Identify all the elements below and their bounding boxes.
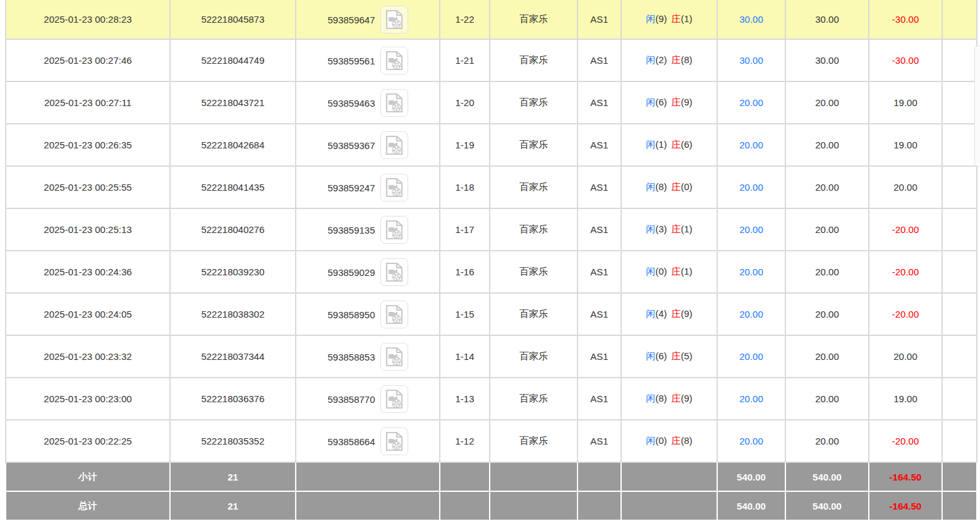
order-number-cell: 522218037344 — [170, 335, 296, 378]
round-number: 593859135 — [327, 224, 375, 235]
video-replay-button[interactable] — [380, 47, 408, 75]
banker-points: (8) — [681, 54, 693, 65]
banker-label: 庄 — [672, 266, 681, 277]
player-label: 闲 — [646, 435, 655, 446]
video-replay-button[interactable] — [380, 301, 408, 328]
game-result-cell: 闲(0)庄(1) — [621, 251, 717, 293]
order-number-cell: 522218039230 — [170, 251, 296, 293]
round-number: 593859561 — [327, 55, 375, 66]
game-type-cell: 百家乐 — [490, 251, 578, 293]
subtotal-empty-cell — [621, 462, 717, 491]
win-loss-cell: -30.00 — [869, 39, 942, 81]
order-number-cell: 522218035352 — [170, 420, 296, 462]
total-empty-cell — [578, 491, 621, 520]
total-label: 总计 — [6, 491, 170, 520]
player-points: (2) — [655, 54, 667, 65]
banker-label: 庄 — [672, 139, 681, 150]
video-file-icon — [385, 135, 404, 155]
shoe-round-cell: 1-13 — [440, 378, 490, 420]
shoe-round-cell: 1-16 — [440, 251, 490, 293]
round-number-cell: 593858950 — [296, 293, 440, 335]
game-result-cell: 闲(2)庄(8) — [621, 39, 717, 81]
game-type-cell: 百家乐 — [490, 293, 578, 335]
player-label: 闲 — [646, 224, 655, 234]
video-replay-button[interactable] — [380, 258, 408, 286]
order-number-cell: 522218044749 — [170, 39, 296, 81]
round-number: 593858664 — [327, 436, 375, 446]
valid-bet-cell: 20.00 — [785, 81, 869, 124]
game-result-cell: 闲(3)庄(1) — [621, 208, 717, 251]
game-result-cell: 闲(6)庄(5) — [621, 335, 717, 378]
round-number-cell: 593859135 — [296, 208, 440, 251]
round-number: 593858770 — [327, 393, 375, 404]
banker-points: (0) — [681, 181, 693, 192]
banker-label: 庄 — [672, 97, 681, 107]
banker-label: 庄 — [672, 181, 681, 192]
valid-bet-cell: 20.00 — [785, 335, 869, 378]
video-replay-button[interactable] — [380, 89, 408, 117]
shoe-round-cell: 1-18 — [440, 166, 490, 208]
game-type-cell: 百家乐 — [490, 39, 578, 81]
shoe-round-cell: 1-14 — [440, 335, 490, 378]
table-name-cell: AS1 — [578, 39, 621, 81]
video-file-icon — [385, 220, 404, 240]
win-loss-cell: -20.00 — [869, 293, 942, 335]
shoe-round-cell: 1-21 — [440, 39, 490, 81]
player-label: 闲 — [646, 97, 655, 107]
table-row: 2025-01-23 00:25:55 522218041435 5938592… — [6, 166, 977, 208]
table-row: 2025-01-23 00:27:11 522218043721 5938594… — [6, 81, 977, 124]
video-replay-button[interactable] — [380, 216, 408, 244]
bet-time-cell: 2025-01-23 00:23:32 — [6, 335, 170, 378]
video-file-icon — [385, 9, 404, 30]
round-number: 593859247 — [327, 182, 375, 193]
subtotal-empty-cell — [942, 462, 977, 491]
win-loss-cell: -20.00 — [869, 420, 942, 462]
bet-time-cell: 2025-01-23 00:25:55 — [6, 166, 170, 208]
subtotal-bet: 540.00 — [717, 462, 785, 491]
player-points: (9) — [655, 13, 667, 24]
shoe-round-cell: 1-22 — [440, 0, 490, 39]
video-replay-button[interactable] — [380, 174, 408, 201]
total-empty-cell — [440, 491, 490, 520]
valid-bet-cell: 30.00 — [785, 39, 869, 81]
round-number-cell: 593858770 — [296, 378, 440, 420]
total-empty-cell — [942, 491, 977, 520]
game-result-cell: 闲(1)庄(6) — [621, 124, 717, 166]
scrollbar-thumb[interactable] — [974, 45, 980, 167]
empty-cell — [942, 293, 977, 335]
empty-cell — [942, 124, 977, 166]
shoe-round-cell: 1-12 — [440, 420, 490, 462]
video-replay-button[interactable] — [380, 6, 408, 33]
empty-cell — [942, 251, 977, 293]
video-replay-button[interactable] — [380, 343, 408, 371]
order-number-cell: 522218042684 — [170, 124, 296, 166]
banker-points: (1) — [681, 224, 693, 234]
banker-label: 庄 — [672, 435, 681, 446]
bet-amount-cell: 20.00 — [717, 81, 785, 124]
subtotal-valid-bet: 540.00 — [785, 462, 869, 491]
win-loss-cell: -20.00 — [869, 251, 942, 293]
game-type-cell: 百家乐 — [490, 335, 578, 378]
player-points: (4) — [655, 308, 667, 319]
bet-time-cell: 2025-01-23 00:25:13 — [6, 208, 170, 251]
game-type-cell: 百家乐 — [490, 208, 578, 251]
banker-points: (9) — [681, 393, 693, 403]
banker-points: (6) — [681, 139, 693, 150]
total-count: 21 — [170, 491, 296, 520]
bet-amount-cell: 20.00 — [717, 378, 785, 420]
game-result-cell: 闲(4)庄(9) — [621, 293, 717, 335]
round-number: 593859367 — [327, 140, 375, 150]
subtotal-count: 21 — [170, 462, 296, 491]
round-number: 593859647 — [327, 14, 375, 25]
round-number-cell: 593858853 — [296, 335, 440, 378]
player-points: (0) — [655, 435, 667, 446]
bet-amount-cell: 30.00 — [717, 39, 785, 81]
player-points: (8) — [655, 181, 667, 192]
video-replay-button[interactable] — [380, 427, 408, 455]
bet-history-page: 2025-01-23 00:28:23 522218045873 5938596… — [0, 0, 980, 526]
order-number-cell: 522218040276 — [170, 208, 296, 251]
table-row: 2025-01-23 00:27:46 522218044749 5938595… — [6, 39, 977, 81]
video-replay-button[interactable] — [380, 385, 408, 413]
video-replay-button[interactable] — [380, 131, 408, 159]
empty-cell — [942, 335, 977, 378]
